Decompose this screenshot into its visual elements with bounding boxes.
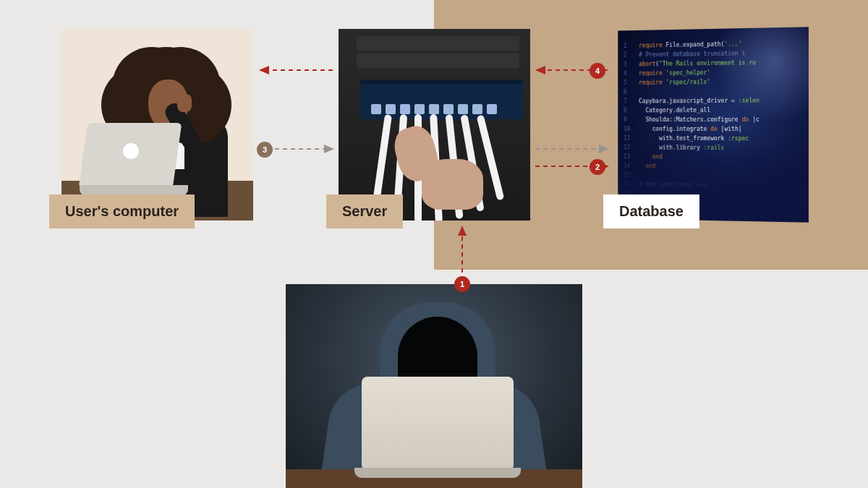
server-photo: [339, 29, 530, 221]
node-hacker: [286, 284, 582, 488]
user-photo: [61, 29, 253, 221]
label-user: User's computer: [49, 194, 195, 228]
step-badge-4: 4: [590, 63, 605, 79]
label-server: Server: [326, 194, 403, 228]
step-badge-1: 1: [454, 276, 470, 292]
node-user: [61, 29, 253, 221]
database-photo: 123456789101112131415161718 require File…: [618, 27, 809, 222]
hacker-photo: [286, 284, 582, 488]
node-server: [339, 29, 530, 221]
step-badge-3: 3: [257, 142, 273, 158]
step-badge-2: 2: [590, 159, 605, 175]
node-database: 123456789101112131415161718 require File…: [616, 29, 807, 221]
label-database: Database: [603, 194, 699, 228]
